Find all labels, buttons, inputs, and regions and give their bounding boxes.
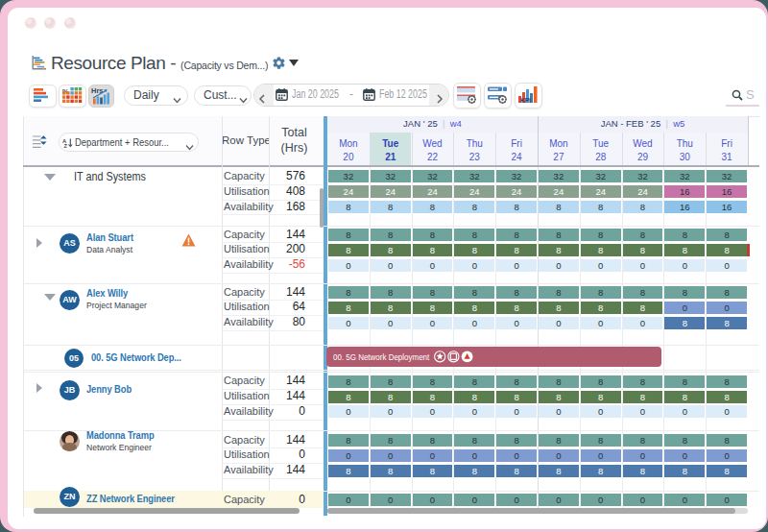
svg-text:KPI: KPI (520, 97, 531, 104)
svg-text:Z: Z (64, 143, 68, 148)
